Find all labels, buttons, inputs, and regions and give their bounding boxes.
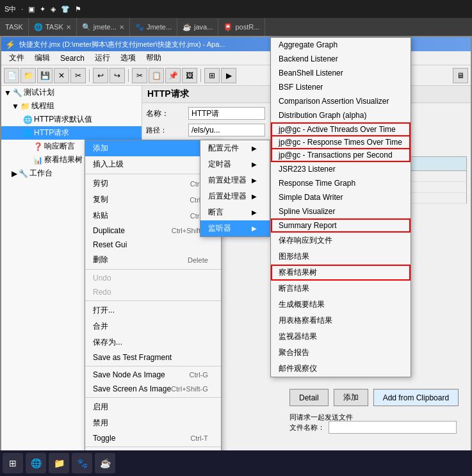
submenu-pre[interactable]: 前置处理器 ▶: [200, 172, 270, 188]
tab-jmeter1[interactable]: 🔍 jmete... ✕: [77, 18, 130, 36]
ctx-save-as[interactable]: 保存为...: [85, 334, 221, 350]
menu-edit[interactable]: 编辑: [29, 51, 55, 65]
sub-aggregate-graph[interactable]: Aggregate Graph: [271, 38, 411, 52]
add-button[interactable]: 添加: [334, 389, 368, 406]
sub-beanshell-listener[interactable]: BeanShell Listener: [271, 66, 411, 80]
ctx-merge-label: 合并: [93, 321, 108, 332]
menu-help[interactable]: 帮助: [141, 51, 167, 65]
sub-backend-listener-label: Backend Listener: [279, 54, 338, 63]
tab-java[interactable]: ☕ java...: [177, 18, 218, 36]
name-input[interactable]: [188, 107, 265, 120]
ctx-save-screen-img[interactable]: Save Screen As Image Ctrl+Shift-G: [85, 382, 221, 396]
menu-search[interactable]: Search: [55, 53, 90, 64]
menu-file[interactable]: 文件: [4, 51, 29, 65]
ctx-delete[interactable]: 删除 Delete: [85, 252, 221, 268]
sub-summary-report[interactable]: Summary Report: [271, 218, 411, 233]
sub-jp-response-times[interactable]: jp@gc - Response Times Over Time: [271, 136, 411, 149]
ctx-savnodeimg-shortcut: Ctrl-G: [190, 371, 208, 379]
sub-maxi-view[interactable]: 用表格察看结果: [271, 313, 411, 329]
sub-mail-label: 邮件观察仪: [279, 364, 317, 373]
tab-task2-close[interactable]: ✕: [66, 24, 71, 31]
sub-jsr223[interactable]: JSR223 Listener: [271, 162, 411, 176]
ctx-open[interactable]: 打开...: [85, 302, 221, 318]
tab-jmeter2-icon: 🐾: [135, 23, 144, 31]
sub-monitor-results[interactable]: 监视器结果: [271, 329, 411, 345]
tab-task2[interactable]: 🌐 TASK ✕: [29, 18, 77, 36]
sub-aggregate-report-label: 聚合报告: [279, 348, 309, 357]
ctx-toggle[interactable]: Toggle Ctrl-T: [85, 431, 221, 445]
detail-button[interactable]: Detail: [289, 389, 329, 406]
ctx-save-fragment[interactable]: Save as Test Fragment: [85, 350, 221, 365]
tree-item-http[interactable]: 🌐 HTTP请求: [1, 126, 142, 140]
sub-jp-transactions-label: jp@gc - Transactions per Second: [279, 151, 393, 160]
bottom-btn-2[interactable]: 🌐: [26, 453, 46, 473]
sub-distribution-graph[interactable]: Distribution Graph (alpha): [271, 108, 411, 122]
bottom-btn-3[interactable]: 📁: [49, 453, 69, 473]
tb-copy[interactable]: 📋: [149, 68, 164, 83]
sub-jp-active-threads[interactable]: jp@gc - Active Threads Over Time: [271, 122, 411, 136]
ctx-savscreenimg-label: Save Screen As Image: [93, 384, 171, 393]
tab-task1[interactable]: TASK: [0, 18, 29, 36]
sub-assert-results[interactable]: 断言结果: [271, 281, 411, 297]
sub-spline-visualizer[interactable]: Spline Visualizer: [271, 204, 411, 218]
tb-new[interactable]: 📄: [4, 68, 19, 83]
sub-bsf-label: BSF Listener: [279, 83, 323, 92]
sub-view-results-tree[interactable]: 察看结果树: [271, 265, 411, 281]
tb-close[interactable]: ✕: [54, 68, 69, 83]
tree-item-plan[interactable]: ▼ 🔧 测试计划: [1, 86, 142, 99]
sub-generate-summary[interactable]: 生成概要结果: [271, 297, 411, 313]
ctx-disable[interactable]: 禁用: [85, 415, 221, 431]
add-clipboard-button[interactable]: Add from Clipboard: [373, 389, 459, 406]
tb-img[interactable]: 🖼: [182, 68, 197, 83]
ctx-cut-label: 剪切: [93, 178, 108, 189]
submenu-config[interactable]: 配置元件 ▶: [200, 140, 270, 156]
sub-bsf-listener[interactable]: BSF Listener: [271, 80, 411, 94]
bottom-btn-1[interactable]: ⊞: [3, 453, 23, 473]
tb-remote[interactable]: 🖥: [453, 68, 468, 83]
sub-comparison-assertion[interactable]: Comparison Assertion Visualizer: [271, 94, 411, 108]
submenu-post-label: 后置处理器: [208, 191, 247, 202]
tree-item-http-default[interactable]: 🌐 HTTP请求默认值: [1, 113, 142, 126]
sub-mail-observer[interactable]: 邮件观察仪: [271, 361, 411, 377]
tb-undo[interactable]: ↩: [93, 68, 108, 83]
tb-scissors[interactable]: ✂: [70, 68, 86, 83]
ctx-reset-gui[interactable]: Reset Gui: [85, 238, 221, 252]
tb-open[interactable]: 📁: [20, 68, 36, 83]
tab-jmeter1-close[interactable]: ✕: [119, 24, 124, 31]
ctx-sep6: [85, 447, 221, 447]
sub-jp-transactions[interactable]: jp@gc - Transactions per Second: [271, 149, 411, 162]
sub-aggregate-report[interactable]: 聚合报告: [271, 345, 411, 361]
bottom-btn-5[interactable]: ☕: [95, 453, 115, 473]
submenu-post-arrow: ▶: [252, 193, 257, 200]
file-input[interactable]: [329, 421, 457, 434]
ctx-merge[interactable]: 合并: [85, 318, 221, 334]
tb-cut[interactable]: ✂: [132, 68, 147, 83]
submenu-assertion[interactable]: 断言 ▶: [200, 204, 270, 220]
tb-paste[interactable]: 📌: [165, 68, 181, 83]
sub-graph-results[interactable]: 图形结果: [271, 249, 411, 265]
path-input[interactable]: [188, 124, 265, 136]
sys-icon-s[interactable]: S中: [3, 3, 18, 15]
app-title: 快捷支付.jmx (D:\meter脚本\惠付支付jmeter\快捷支付.jmx…: [19, 40, 225, 49]
submenu-listener[interactable]: 监听器 ▶: [200, 220, 270, 236]
sys-icon-icon4: 👕: [59, 4, 72, 15]
tb-save[interactable]: 💾: [37, 68, 53, 83]
tab-jmeter2[interactable]: 🐾 Jmete...: [130, 18, 177, 36]
tb-redo[interactable]: ↪: [110, 68, 125, 83]
submenu-post[interactable]: 后置处理器 ▶: [200, 188, 270, 204]
sub-simple-data-writer[interactable]: Simple Data Writer: [271, 190, 411, 204]
menu-run[interactable]: 运行: [90, 51, 115, 65]
tree-item-threads[interactable]: ▼ 📁 线程组: [1, 99, 142, 113]
ctx-enable-label: 启用: [93, 402, 108, 413]
submenu-timer[interactable]: 定时器 ▶: [200, 156, 270, 172]
tb-expand[interactable]: ⊞: [204, 68, 220, 83]
tb-run[interactable]: ▶: [221, 68, 236, 83]
sub-response-time-graph[interactable]: Response Time Graph: [271, 176, 411, 190]
sub-backend-listener[interactable]: Backend Listener: [271, 52, 411, 66]
bottom-btn-4[interactable]: 🐾: [72, 453, 92, 473]
ctx-save-node-img[interactable]: Save Node As Image Ctrl-G: [85, 368, 221, 382]
tab-post[interactable]: 📮 postR...: [218, 18, 265, 36]
menu-options[interactable]: 选项: [115, 51, 141, 65]
ctx-enable[interactable]: 启用: [85, 399, 221, 415]
sub-save-response[interactable]: 保存响应到文件: [271, 233, 411, 249]
